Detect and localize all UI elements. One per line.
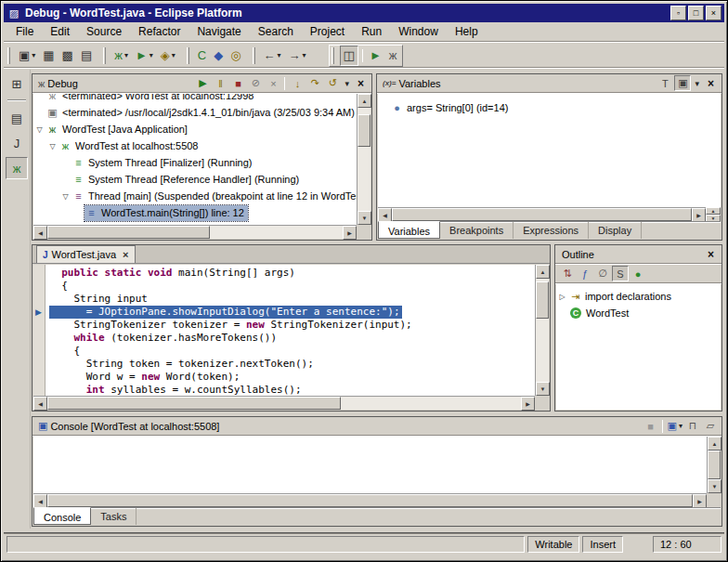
hide-static-button[interactable]: ∅ bbox=[594, 266, 611, 281]
resume-button[interactable]: ▶ bbox=[194, 75, 211, 91]
debug-tree-item[interactable]: ▽≡Thread [main] (Suspended (breakpoint a… bbox=[33, 188, 357, 204]
menu-source[interactable]: Source bbox=[78, 22, 130, 41]
java-snippet-button[interactable]: ◆ bbox=[211, 46, 226, 66]
scroll-track[interactable] bbox=[47, 226, 343, 239]
filter-button[interactable]: ● bbox=[630, 266, 646, 281]
editor-vertical-scrollbar[interactable]: ▲▼ bbox=[535, 265, 549, 396]
maximize-button[interactable]: □ bbox=[688, 6, 704, 20]
toolbar-drag-handle[interactable] bbox=[103, 47, 106, 64]
scroll-track[interactable] bbox=[708, 451, 721, 479]
disconnect-button[interactable]: ⊘ bbox=[247, 75, 264, 91]
variables-horizontal-scrollbar[interactable]: ◀▶ bbox=[378, 207, 706, 221]
show-type-names-button[interactable]: T bbox=[656, 75, 673, 91]
toolbar-drag-handle[interactable] bbox=[332, 47, 334, 64]
back-button[interactable]: ←▾ bbox=[261, 46, 284, 66]
tab-expressions[interactable]: Expressions bbox=[514, 222, 589, 239]
hide-fields-button[interactable]: ƒ bbox=[577, 266, 593, 281]
new-wizard-button[interactable]: ▣▾ bbox=[16, 46, 38, 66]
save-button[interactable]: ▦ bbox=[40, 46, 57, 66]
editor-tab-wordtest[interactable]: J WordTest.java × bbox=[36, 245, 136, 263]
forward-button[interactable]: →▾ bbox=[286, 46, 309, 66]
debug-horizontal-scrollbar[interactable]: ◀▶ bbox=[33, 225, 357, 239]
sort-button[interactable]: ⇅ bbox=[559, 266, 576, 281]
scroll-thumb[interactable] bbox=[708, 451, 721, 479]
editor-horizontal-scrollbar[interactable]: ◀▶ bbox=[33, 396, 535, 410]
scroll-track[interactable] bbox=[392, 208, 692, 221]
resource-perspective-button[interactable]: ▤ bbox=[6, 107, 28, 129]
dropdown-arrow-icon[interactable]: ▾ bbox=[150, 51, 153, 59]
scroll-thumb[interactable] bbox=[47, 494, 693, 507]
close-button[interactable]: × bbox=[706, 6, 722, 20]
scroll-left-button[interactable]: ◀ bbox=[33, 397, 47, 411]
console-output[interactable] bbox=[33, 437, 707, 493]
new-class-button[interactable]: C bbox=[195, 46, 209, 66]
scroll-track[interactable] bbox=[536, 279, 549, 382]
run-button[interactable]: ►▾ bbox=[133, 46, 156, 66]
menu-edit[interactable]: Edit bbox=[42, 22, 78, 41]
suspend-button[interactable]: ‖ bbox=[212, 75, 228, 91]
menu-run[interactable]: Run bbox=[353, 22, 390, 41]
step-into-button[interactable]: ↓ bbox=[289, 75, 306, 91]
scroll-thumb[interactable] bbox=[47, 226, 210, 239]
outline-view-close-button[interactable]: × bbox=[703, 248, 719, 261]
window-menu-icon[interactable]: ▨ bbox=[6, 7, 21, 20]
console-vertical-scrollbar[interactable]: ▲▼ bbox=[707, 437, 721, 493]
scroll-left-button[interactable]: ◀ bbox=[33, 226, 47, 240]
debug-view-menu-button[interactable]: ▾ bbox=[341, 79, 353, 88]
variables-view-titlebar[interactable]: (x)= Variables T▣ ▾ × bbox=[377, 74, 722, 93]
menu-help[interactable]: Help bbox=[447, 22, 487, 41]
scroll-track[interactable] bbox=[358, 108, 370, 211]
expander-icon[interactable]: ▷ bbox=[556, 293, 568, 301]
dropdown-arrow-icon[interactable]: ▾ bbox=[278, 51, 281, 59]
scroll-left-button[interactable]: ◀ bbox=[33, 494, 47, 508]
scroll-down-button[interactable]: ▼ bbox=[536, 382, 550, 396]
scroll-track[interactable] bbox=[47, 397, 521, 410]
debug-tree-item[interactable]: ж<terminated> WordTest at localhost:1299… bbox=[33, 94, 357, 104]
dropdown-arrow-icon[interactable]: ▾ bbox=[679, 422, 682, 430]
console-horizontal-scrollbar[interactable]: ◀▶ bbox=[33, 493, 707, 507]
debug-tree-item[interactable]: ▣<terminated> /usr/local/j2sdk1.4.1_01/b… bbox=[33, 104, 357, 121]
scroll-thumb[interactable] bbox=[392, 208, 692, 221]
tab-breakpoints[interactable]: Breakpoints bbox=[440, 222, 514, 239]
hide-nonpublic-button[interactable]: S bbox=[612, 266, 629, 281]
scroll-right-button[interactable]: ▶ bbox=[693, 494, 707, 508]
scroll-up-button[interactable]: ▲ bbox=[708, 437, 722, 451]
external-tools-button[interactable]: ◈▾ bbox=[158, 46, 178, 66]
variables-view-menu-button[interactable]: ▾ bbox=[691, 79, 703, 88]
clear-console-button[interactable]: ▱ bbox=[702, 418, 719, 434]
scroll-right-button[interactable]: ▶ bbox=[343, 226, 357, 240]
scroll-track[interactable] bbox=[47, 494, 693, 507]
search-button[interactable]: ◎ bbox=[228, 46, 243, 66]
debug-tree-item[interactable]: ≡System Thread [Finalizer] (Running) bbox=[33, 154, 357, 171]
scroll-lock-button[interactable]: ⊓ bbox=[684, 418, 701, 434]
outline-view-titlebar[interactable]: Outline × bbox=[555, 245, 722, 264]
sash-up-button[interactable]: ▲ bbox=[706, 207, 721, 215]
java-perspective-button[interactable]: J bbox=[6, 132, 28, 154]
dropdown-arrow-icon[interactable]: ▾ bbox=[303, 51, 306, 59]
scroll-thumb[interactable] bbox=[358, 114, 370, 148]
toolbar-drag-handle[interactable] bbox=[7, 47, 10, 64]
dropdown-arrow-icon[interactable]: ▾ bbox=[172, 51, 176, 59]
tab-variables[interactable]: Variables bbox=[378, 221, 440, 239]
expander-icon[interactable]: ▽ bbox=[46, 142, 58, 150]
minimize-button[interactable]: ▫ bbox=[670, 6, 686, 20]
console-view-titlebar[interactable]: ▣ Console [WordTest at localhost:5508] ■… bbox=[32, 417, 722, 436]
tab-tasks[interactable]: Tasks bbox=[91, 508, 136, 525]
terminate-button[interactable]: ■ bbox=[229, 75, 246, 91]
run-last-button[interactable]: ► bbox=[367, 46, 384, 66]
step-return-button[interactable]: ↺ bbox=[324, 75, 341, 91]
scroll-down-button[interactable]: ▼ bbox=[708, 479, 722, 493]
menu-file[interactable]: File bbox=[7, 22, 42, 41]
debug-tree-item[interactable]: ≡System Thread [Reference Handler] (Runn… bbox=[33, 171, 357, 188]
scroll-thumb[interactable] bbox=[536, 281, 549, 319]
outline-item[interactable]: ▷⇥import declarations bbox=[556, 288, 721, 305]
expander-icon[interactable]: ▽ bbox=[59, 192, 72, 201]
variable-item[interactable]: ●args= String[0] (id=14) bbox=[378, 99, 721, 116]
debug-tree-item[interactable]: ▽жWordTest [Java Application] bbox=[33, 121, 357, 137]
scroll-up-button[interactable]: ▲ bbox=[536, 265, 550, 279]
step-over-button[interactable]: ↷ bbox=[306, 75, 323, 91]
menu-window[interactable]: Window bbox=[390, 22, 447, 41]
debug-view-close-button[interactable]: × bbox=[353, 77, 369, 90]
menu-refactor[interactable]: Refactor bbox=[130, 22, 188, 41]
debug-tree-item[interactable]: ≡WordTest.main(String[]) line: 12 bbox=[33, 204, 357, 221]
